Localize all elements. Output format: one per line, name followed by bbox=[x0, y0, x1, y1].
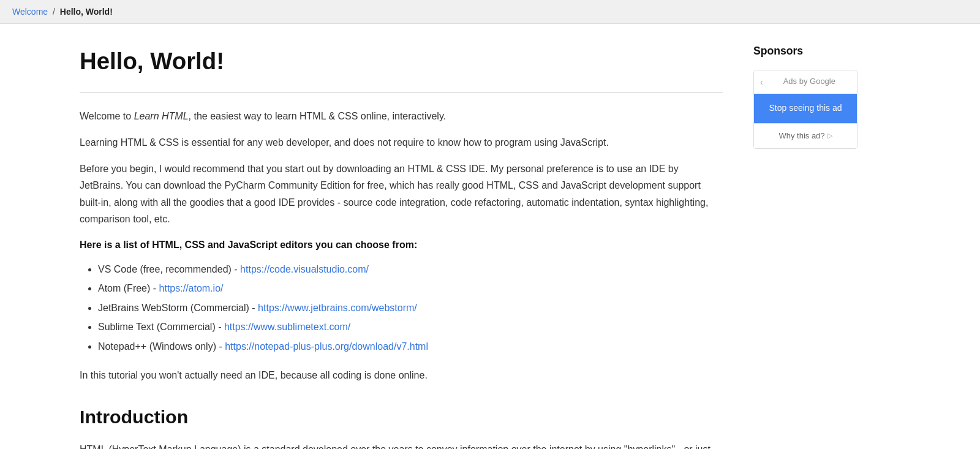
notepadpp-link[interactable]: https://notepad-plus-plus.org/download/v… bbox=[225, 341, 428, 352]
why-this-ad-arrow-icon: ▷ bbox=[827, 130, 832, 141]
editor-prefix-2: Atom (Free) - bbox=[98, 283, 159, 293]
list-item: VS Code (free, recommended) - https://co… bbox=[98, 262, 723, 277]
ad-box: ‹ Ads by Google Stop seeing this ad Why … bbox=[753, 70, 858, 149]
paragraph-4: In this tutorial you won't actually need… bbox=[80, 367, 723, 383]
list-item: Notepad++ (Windows only) - https://notep… bbox=[98, 339, 723, 355]
list-item: JetBrains WebStorm (Commercial) - https:… bbox=[98, 300, 723, 316]
list-item: Atom (Free) - https://atom.io/ bbox=[98, 281, 723, 296]
paragraph-2: Learning HTML & CSS is essential for any… bbox=[80, 134, 723, 151]
breadcrumb-welcome-link[interactable]: Welcome bbox=[12, 7, 48, 17]
p1-prefix: Welcome to bbox=[80, 111, 134, 121]
vscode-link[interactable]: https://code.visualstudio.com/ bbox=[240, 264, 369, 274]
editor-prefix-1: VS Code (free, recommended) - bbox=[98, 264, 240, 274]
breadcrumb: Welcome / Hello, World! bbox=[0, 0, 980, 24]
paragraph-5: HTML (HyperText Markup Language) is a st… bbox=[80, 441, 723, 449]
stop-seeing-ad-button[interactable]: Stop seeing this ad bbox=[754, 94, 857, 123]
ads-by-google-label: Ads by Google bbox=[768, 77, 851, 87]
page-wrapper: Hello, World! Welcome to Learn HTML, the… bbox=[61, 24, 919, 449]
editor-prefix-4: Sublime Text (Commercial) - bbox=[98, 322, 224, 332]
editor-list: VS Code (free, recommended) - https://co… bbox=[98, 262, 723, 355]
main-content: Hello, World! Welcome to Learn HTML, the… bbox=[74, 24, 747, 449]
back-arrow-icon[interactable]: ‹ bbox=[760, 75, 763, 89]
intro-heading: Introduction bbox=[80, 402, 723, 432]
divider bbox=[80, 92, 723, 93]
list-item: Sublime Text (Commercial) - https://www.… bbox=[98, 319, 723, 335]
page-title: Hello, World! bbox=[80, 42, 723, 80]
ad-header: ‹ Ads by Google bbox=[754, 70, 857, 94]
why-this-ad-button[interactable]: Why this ad? ▷ bbox=[754, 123, 857, 149]
why-this-ad-label: Why this ad? bbox=[778, 130, 824, 143]
sublimetext-link[interactable]: https://www.sublimetext.com/ bbox=[224, 322, 350, 332]
webstorm-link[interactable]: https://www.jetbrains.com/webstorm/ bbox=[258, 303, 417, 313]
sponsors-title: Sponsors bbox=[753, 42, 870, 59]
paragraph-1: Welcome to Learn HTML, the easiest way t… bbox=[80, 108, 723, 124]
breadcrumb-current: Hello, World! bbox=[60, 7, 113, 17]
p1-suffix: , the easiest way to learn HTML & CSS on… bbox=[189, 111, 447, 121]
atom-link[interactable]: https://atom.io/ bbox=[159, 283, 224, 293]
p1-italic: Learn HTML bbox=[134, 111, 189, 121]
paragraph-3: Before you begin, I would recommend that… bbox=[80, 160, 723, 227]
list-heading: Here is a list of HTML, CSS and JavaScri… bbox=[80, 237, 723, 253]
sidebar: Sponsors ‹ Ads by Google Stop seeing thi… bbox=[747, 24, 870, 449]
editor-prefix-3: JetBrains WebStorm (Commercial) - bbox=[98, 303, 258, 313]
editor-prefix-5: Notepad++ (Windows only) - bbox=[98, 341, 225, 352]
breadcrumb-separator: / bbox=[53, 7, 55, 17]
